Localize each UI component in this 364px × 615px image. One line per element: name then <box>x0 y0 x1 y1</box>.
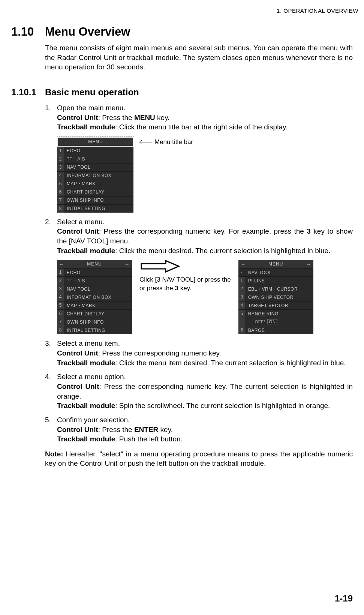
menu-item-label: OWN SHIP INFO <box>64 319 132 325</box>
menu-item: 4TARGET VECTOR <box>238 301 313 309</box>
trackball-label: Trackball module <box>57 247 115 255</box>
menu-item-label: ECHO <box>64 270 132 276</box>
key-name: MENU <box>134 114 155 122</box>
menu-item: 3NAV TOOL <box>57 163 133 171</box>
menu-item-number: 4 <box>238 302 245 309</box>
arrow-caption-group: Click [3 NAV TOOL] or press the or press… <box>139 260 231 292</box>
menu-item-label: OWN SHIP VECTOR <box>245 294 313 300</box>
menu-item-number: 6 <box>238 326 245 334</box>
menu-item-number: 1 <box>57 147 64 155</box>
arrow-right-icon: → <box>306 261 311 268</box>
menu-back-item: ‹NAV TOOL <box>238 268 313 276</box>
menu-item-label: MAP・MARK <box>64 181 133 187</box>
menu-item: 8INITIAL SETTING <box>57 204 133 213</box>
step-lead: Open the main menu. <box>57 104 126 112</box>
text: : Press the <box>98 114 134 122</box>
menu-item-number: 5 <box>57 302 64 309</box>
menu-option: OFF/ON <box>245 319 313 325</box>
text: : Press the corresponding numeric key. <box>98 349 221 357</box>
menu-item: 1ECHO <box>57 268 132 276</box>
menu-item: 2EBL・VRM・CURSOR <box>238 285 313 293</box>
menu-item-number: 4 <box>57 172 64 180</box>
page: 1. OPERATIONAL OVERVIEW 1.10 Menu Overvi… <box>0 0 364 615</box>
menu-item: 2TT・AIS <box>57 155 133 163</box>
menu-item-label: RANGE RING <box>245 311 313 317</box>
arrow-right-icon: → <box>124 261 130 268</box>
menu-item: 1ECHO <box>57 147 133 155</box>
running-header: 1. OPERATIONAL OVERVIEW <box>11 8 358 14</box>
menu-item-number: 2 <box>238 285 245 293</box>
svg-marker-1 <box>141 261 179 272</box>
menu-body: 1ECHO 2TT・AIS 3NAV TOOL 4INFORMATION BOX… <box>57 147 133 213</box>
text: : Click the menu title bar at the right … <box>115 123 288 131</box>
menu-item: 4INFORMATION BOX <box>57 171 133 180</box>
menu-item: 6BARGE <box>238 326 313 334</box>
menu-item-label: INITIAL SETTING <box>64 206 133 212</box>
menu-title: MENU <box>87 261 102 267</box>
menu-titlebar: ← MENU → <box>238 260 313 268</box>
text: : Press the corresponding numeric key. T… <box>57 382 353 400</box>
menu-item-number: 7 <box>57 318 64 326</box>
caption-text: key. <box>178 285 192 292</box>
figure-caption: Click [3 NAV TOOL] or press the or press… <box>139 276 231 292</box>
text: : Click the menu desired. The current se… <box>115 247 330 255</box>
menu-item-label: NAV TOOL <box>64 164 133 170</box>
menu-item-number: 5 <box>57 180 64 188</box>
menu-item: 4INFORMATION BOX <box>57 293 132 301</box>
menu-title: MENU <box>88 139 103 145</box>
step-1: Open the main menu. Control Unit: Press … <box>45 103 353 213</box>
figure-menu-titlebar: ← MENU → 1ECHO 2TT・AIS 3NAV TOOL 4INFORM… <box>57 136 353 213</box>
menu-item-label: ECHO <box>64 148 133 154</box>
step-lead: Select a menu. <box>57 218 105 226</box>
arrow-left-icon: ← <box>60 138 66 145</box>
menu-item-label: CHART DISPLAY <box>64 311 132 317</box>
menu-item: 6CHART DISPLAY <box>57 309 132 318</box>
arrow-left-icon <box>137 140 152 145</box>
menu-item: 7OWN SHIP INFO <box>57 318 132 326</box>
text: : Push the left button. <box>115 435 183 443</box>
figure-menu-select: ← MENU → 1ECHO 2TT・AIS 3NAV TOOL 4INFORM… <box>57 260 353 334</box>
menu-item-number <box>238 318 245 326</box>
subsection-title: Basic menu operation <box>45 87 139 98</box>
menu-item-number: 2 <box>57 277 64 285</box>
back-icon: ‹ <box>238 268 245 276</box>
menu-item: 3NAV TOOL <box>57 285 132 293</box>
control-unit-label: Control Unit <box>57 382 99 390</box>
callout-text: Menu title bar <box>154 138 193 147</box>
text: key. <box>158 426 173 434</box>
menu-item: 5MAP・MARK <box>57 180 133 188</box>
menu-item-number: 3 <box>57 164 64 171</box>
key-name: ENTER <box>134 426 158 434</box>
menu-item: 6CHART DISPLAY <box>57 188 133 196</box>
menu-item: 2TT・AIS <box>57 276 132 285</box>
menu-item: 8INITIAL SETTING <box>57 326 132 334</box>
arrow-right-icon: → <box>126 138 131 145</box>
menu-item-label: MAP・MARK <box>64 303 132 309</box>
subsection-number: 1.10.1 <box>11 87 45 98</box>
callout: Menu title bar <box>137 138 193 147</box>
trackball-label: Trackball module <box>57 402 115 410</box>
menu-item-label: BARGE <box>245 327 313 333</box>
section-number: 1.10 <box>11 25 45 39</box>
menu-item: 5RANGE RING <box>238 309 313 318</box>
option-off: OFF/ <box>255 320 265 324</box>
menu-title: MENU <box>268 261 283 267</box>
arrow-left-icon: ← <box>241 261 246 268</box>
menu-item-number: 8 <box>57 326 64 334</box>
menu-item: 7OWN SHIP INFO <box>57 196 133 204</box>
text: : Press the <box>98 426 134 434</box>
menu-item-label: INITIAL SETTING <box>64 327 132 333</box>
control-unit-label: Control Unit <box>57 227 99 235</box>
menu-panel: ← MENU → <box>58 138 133 146</box>
trackball-label: Trackball module <box>57 359 115 367</box>
menu-item-label: OWN SHIP INFO <box>64 197 133 203</box>
menu-item-label: NAV TOOL <box>64 286 132 292</box>
menu-item-number: 7 <box>57 196 64 204</box>
menu-item-number: 3 <box>57 285 64 293</box>
menu-item-label: TT・AIS <box>64 156 133 162</box>
menu-item-number: 6 <box>57 310 64 318</box>
menu-item-label: INFORMATION BOX <box>64 172 133 178</box>
steps-list: Open the main menu. Control Unit: Press … <box>45 103 353 444</box>
menu-item-label: CHART DISPLAY <box>64 189 133 195</box>
menu-titlebar: ← MENU → <box>57 260 132 268</box>
